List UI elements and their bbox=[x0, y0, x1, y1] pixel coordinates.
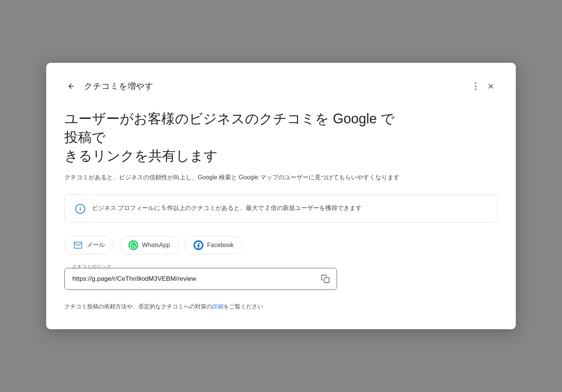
back-arrow-icon bbox=[67, 82, 75, 90]
whatsapp-svg bbox=[130, 242, 137, 249]
footer-text-after: をご覧ください bbox=[223, 303, 263, 310]
share-whatsapp-button[interactable]: WhatsApp bbox=[120, 236, 179, 254]
facebook-label: Facebook bbox=[207, 242, 234, 249]
info-box: i ビジネス プロフィールに 5 件以上のクチコミがあると、最大で 2 倍の新規… bbox=[64, 194, 498, 222]
mail-svg bbox=[73, 241, 83, 250]
mail-icon bbox=[73, 240, 83, 250]
sub-text: クチコミがあると、ビジネスの信頼性が向上し、Google 検索と Google … bbox=[64, 173, 424, 182]
modal-header-right bbox=[470, 78, 498, 95]
more-options-button[interactable] bbox=[470, 78, 481, 95]
modal-header: クチコミを増やす bbox=[64, 78, 498, 95]
copy-link-button[interactable] bbox=[319, 273, 331, 285]
copy-icon bbox=[321, 274, 330, 283]
info-icon: i bbox=[75, 204, 85, 214]
share-facebook-button[interactable]: Facebook bbox=[185, 236, 242, 254]
facebook-svg bbox=[195, 242, 202, 249]
info-box-text: ビジネス プロフィールに 5 件以上のクチコミがあると、最大で 2 倍の新規ユー… bbox=[92, 203, 362, 213]
svg-rect-4 bbox=[324, 278, 329, 283]
modal-title: クチコミを増やす bbox=[84, 81, 153, 92]
link-url-text: https://g.page/r/CeThn9iodM3VEBM/review bbox=[72, 275, 314, 283]
footer-text: クチコミ投稿の依頼方法や、否定的なクチコミへの対策の詳細をご覧ください bbox=[64, 302, 498, 311]
close-icon bbox=[487, 82, 495, 90]
modal-header-left: クチコミを増やす bbox=[64, 81, 153, 92]
link-field-box: https://g.page/r/CeThn9iodM3VEBM/review bbox=[64, 268, 337, 290]
mail-label: メール bbox=[87, 241, 105, 249]
share-buttons-container: メール WhatsApp Facebook bbox=[64, 236, 498, 254]
whatsapp-label: WhatsApp bbox=[142, 242, 170, 249]
review-modal: クチコミを増やす ユーザーがお客様のビジネスのクチコミを Google で投稿で… bbox=[46, 63, 516, 329]
link-field-wrapper: クチコミのリンク https://g.page/r/CeThn9iodM3VEB… bbox=[64, 268, 498, 290]
close-button[interactable] bbox=[484, 79, 498, 93]
more-dots-icon bbox=[473, 81, 478, 92]
info-icon-label: i bbox=[80, 206, 81, 212]
footer-link[interactable]: 詳細 bbox=[212, 303, 223, 310]
facebook-icon bbox=[194, 240, 203, 250]
whatsapp-icon bbox=[128, 240, 138, 250]
back-button[interactable] bbox=[64, 81, 78, 92]
main-heading: ユーザーがお客様のビジネスのクチコミを Google で投稿できるリンクを共有し… bbox=[64, 110, 405, 165]
footer-text-before: クチコミ投稿の依頼方法や、否定的なクチコミへの対策の bbox=[64, 303, 212, 310]
share-mail-button[interactable]: メール bbox=[64, 236, 114, 254]
